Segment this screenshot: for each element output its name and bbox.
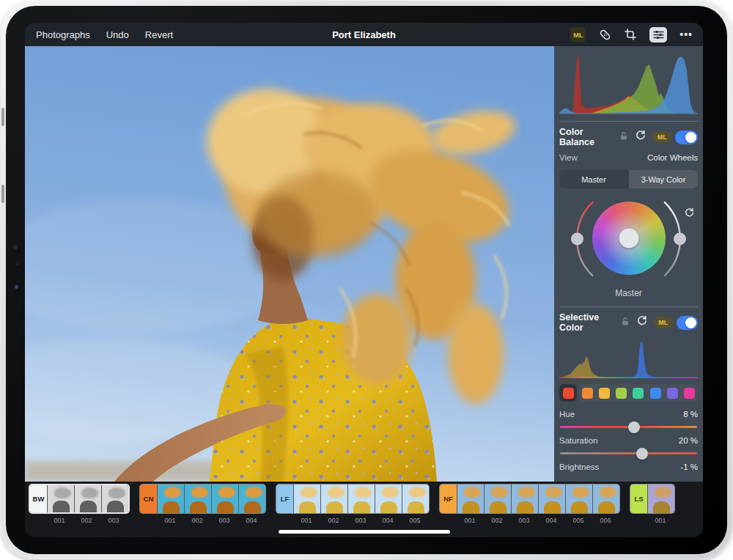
segment-3-way-color[interactable]: 3-Way Color [629,170,698,188]
swatch-blue[interactable] [647,384,664,402]
right-arc-knob[interactable] [674,233,686,246]
unlock-icon[interactable] [620,130,627,143]
mic-dot [16,263,18,265]
filter-filmstrip: BW001002003CN001002003004LF0010020030040… [25,482,703,537]
rgb-histogram [559,51,698,114]
swatch-purple[interactable] [664,384,681,402]
divider [559,121,698,122]
slider-track-saturation[interactable] [560,452,697,454]
toolbar-button-photographs[interactable]: Photographs [36,29,90,40]
selective-color-sliders: Hue8 %Saturation20 %Brightness-1 % [559,410,699,471]
swatch-color-green [616,388,627,399]
segment-master[interactable]: Master [559,170,628,188]
filter-thumbnail-nf-001[interactable] [457,485,484,513]
toolbar-button-revert[interactable]: Revert [145,29,173,40]
more-menu-button[interactable]: ••• [679,29,693,40]
filter-group-label-lf[interactable]: LF [276,485,293,513]
filter-number: 001 [46,517,73,524]
filter-thumbnail-lf-001[interactable] [294,485,320,513]
filter-group-label-ls[interactable]: LS [630,485,647,513]
color-balance-header: Color Balance ML [559,130,698,144]
view-row[interactable]: View Color Wheels [559,153,698,162]
reset-wheel-icon[interactable] [684,207,695,221]
filter-group-label-nf[interactable]: NF [440,485,457,513]
filter-thumbnail-nf-002[interactable] [485,485,511,513]
filter-thumbnail-ls-001[interactable] [648,485,674,513]
swatch-color-red [563,388,574,399]
filter-group-nf: NF001002003004005006 [439,484,620,524]
swatch-mint[interactable] [630,384,647,402]
color-wheel-knob[interactable] [619,229,638,248]
filter-group-label-bw[interactable]: BW [30,485,47,512]
swatch-green[interactable] [613,384,630,402]
slider-knob-saturation[interactable] [636,448,648,460]
filter-number: 004 [538,517,564,524]
filter-group-numbers: 001 [630,517,675,524]
selective-color-header: Selective Color ML [559,315,698,330]
filter-thumbnail-lf-002[interactable] [321,485,347,513]
toolbar-right-buttons: ML [570,27,703,43]
slider-track-hue[interactable] [560,426,697,428]
filter-thumbnail-nf-006[interactable] [593,485,619,513]
color-balance-toggle[interactable] [675,130,698,144]
filter-group-label-cn[interactable]: CN [140,485,157,513]
swatch-orange[interactable] [579,384,596,402]
swatch-red[interactable] [559,384,577,402]
selective-color-ml-badge[interactable]: ML [654,317,673,328]
filter-number: 003 [511,517,537,524]
filter-thumbnail-bw-003[interactable] [102,485,128,512]
filter-thumbnail-bw-002[interactable] [75,485,101,512]
filter-thumbnail-nf-005[interactable] [566,485,592,513]
filter-group-lf: LF001002003004005 [276,484,430,524]
left-arc-knob[interactable] [571,233,583,246]
swatch-color-magenta [684,388,695,399]
view-label: View [559,153,578,162]
filter-thumbnail-nf-004[interactable] [539,485,565,513]
filter-group-box: CN [139,484,266,514]
filter-group-box: NF [439,484,620,514]
toolbar-button-undo[interactable]: Undo [106,29,129,40]
photo-canvas[interactable] [25,46,554,482]
filter-thumbnail-cn-001[interactable] [158,485,184,513]
ml-badge-button[interactable]: ML [570,27,586,43]
slider-row-saturation: Saturation20 % [559,436,698,445]
filter-thumbnail-bw-001[interactable] [48,485,74,512]
filter-thumbnail-cn-002[interactable] [185,485,211,513]
crop-icon[interactable] [624,28,637,41]
swatch-magenta[interactable] [681,384,698,402]
filter-thumbnail-cn-003[interactable] [212,485,238,513]
adjustments-button-active[interactable] [649,27,667,43]
color-wheel-area: Master [559,193,699,300]
filter-thumbnail-cn-004[interactable] [239,485,265,513]
selective-color-toggle[interactable] [677,316,698,330]
slider-value-saturation: 20 % [679,436,698,445]
filter-thumbnail-lf-003[interactable] [348,485,375,513]
unlock-icon[interactable] [622,315,629,328]
swatch-yellow[interactable] [596,384,613,402]
swatch-color-yellow [599,388,610,399]
home-indicator[interactable] [279,530,450,534]
color-balance-ml-badge[interactable]: ML [652,131,671,143]
adjustments-panel: Color Balance ML View Color Wheel [554,46,703,482]
selective-color-title: Selective Color [559,312,618,333]
color-wheel[interactable] [592,202,666,275]
filter-group-box: LF [276,484,430,514]
slider-knob-hue[interactable] [628,421,640,433]
slider-row-brightness: Brightness-1 % [559,463,698,471]
filter-number: 004 [375,517,401,524]
slider-value-hue: 8 % [683,410,698,419]
filter-thumbnail-nf-003[interactable] [512,485,538,513]
filter-number: 005 [565,517,592,524]
filter-group-numbers: 001002003004 [139,517,266,524]
filter-group-numbers: 001002003 [29,517,130,524]
filter-thumbnail-lf-004[interactable] [375,485,402,513]
front-camera [12,244,21,252]
reset-color-balance-icon[interactable] [635,130,647,144]
reset-selective-color-icon[interactable] [636,315,648,330]
toolbar-left-buttons: PhotographsUndoRevert [25,29,173,40]
histogram-baseline [559,377,698,379]
repair-bandage-icon[interactable] [598,28,611,41]
app-screen: PhotographsUndoRevert Port Elizabeth ML [25,23,703,537]
filter-thumbnail-lf-005[interactable] [402,485,429,513]
swatch-color-blue [650,388,661,399]
